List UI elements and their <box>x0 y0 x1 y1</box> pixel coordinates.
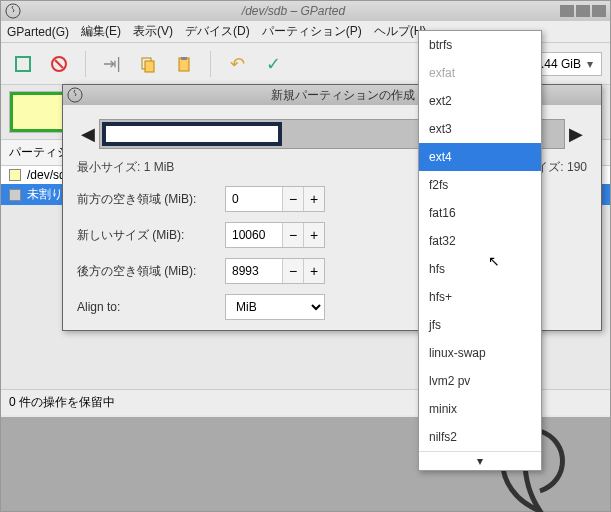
fs-option-minix[interactable]: minix <box>419 395 541 423</box>
label-free-before: 前方の空き領域 (MiB): <box>77 191 217 208</box>
fs-option-hfs-[interactable]: hfs+ <box>419 283 541 311</box>
apply-icon[interactable]: ✓ <box>259 50 287 78</box>
svg-rect-4 <box>145 61 154 72</box>
spin-up-button[interactable]: + <box>303 223 324 247</box>
spin-up-button[interactable]: + <box>303 259 324 283</box>
row-swatch <box>9 189 21 201</box>
menu-edit[interactable]: 編集(E) <box>81 23 121 40</box>
mouse-cursor-icon: ↖ <box>488 253 500 269</box>
row-swatch <box>9 169 21 181</box>
fs-option-lvm2-pv[interactable]: lvm2 pv <box>419 367 541 395</box>
fs-option-hfs[interactable]: hfs <box>419 255 541 283</box>
fs-option-btrfs[interactable]: btrfs <box>419 31 541 59</box>
slider-handle[interactable] <box>102 122 282 146</box>
app-icon <box>67 87 83 103</box>
menu-view[interactable]: 表示(V) <box>133 23 173 40</box>
spin-down-button[interactable]: − <box>282 223 303 247</box>
spin-up-button[interactable]: + <box>303 187 324 211</box>
menu-partition[interactable]: パーティション(P) <box>262 23 362 40</box>
fs-option-ext2[interactable]: ext2 <box>419 87 541 115</box>
resize-icon[interactable]: ⇥| <box>98 50 126 78</box>
menu-device[interactable]: デバイス(D) <box>185 23 250 40</box>
free-after-spinner[interactable]: − + <box>225 258 325 284</box>
slider-right-arrow[interactable]: ▶ <box>565 123 587 145</box>
svg-rect-6 <box>181 57 187 60</box>
free-before-input[interactable] <box>226 192 282 206</box>
label-new-size: 新しいサイズ (MiB): <box>77 227 217 244</box>
main-titlebar[interactable]: /dev/sdb – GParted <box>1 1 610 21</box>
copy-icon[interactable] <box>134 50 162 78</box>
label-free-after: 後方の空き領域 (MiB): <box>77 263 217 280</box>
dropdown-more-icon[interactable]: ▾ <box>419 451 541 470</box>
filesystem-dropdown[interactable]: btrfsexfatext2ext3ext4f2fsfat16fat32hfsh… <box>418 30 542 471</box>
fs-option-jfs[interactable]: jfs <box>419 311 541 339</box>
fs-option-linux-swap[interactable]: linux-swap <box>419 339 541 367</box>
new-partition-icon[interactable] <box>9 50 37 78</box>
paste-icon[interactable] <box>170 50 198 78</box>
fs-option-exfat: exfat <box>419 59 541 87</box>
window-title: /dev/sdb – GParted <box>27 4 560 18</box>
undo-icon[interactable]: ↶ <box>223 50 251 78</box>
delete-icon[interactable] <box>45 50 73 78</box>
fs-option-ext4[interactable]: ext4 <box>419 143 541 171</box>
slider-left-arrow[interactable]: ◀ <box>77 123 99 145</box>
new-size-input[interactable] <box>226 228 282 242</box>
fs-option-ext3[interactable]: ext3 <box>419 115 541 143</box>
align-combo[interactable]: MiB <box>225 294 325 320</box>
spin-down-button[interactable]: − <box>282 259 303 283</box>
window-controls[interactable] <box>560 5 606 17</box>
fs-option-f2fs[interactable]: f2fs <box>419 171 541 199</box>
spin-down-button[interactable]: − <box>282 187 303 211</box>
label-align: Align to: <box>77 300 217 314</box>
fs-option-fat32[interactable]: fat32 <box>419 227 541 255</box>
fs-option-fat16[interactable]: fat16 <box>419 199 541 227</box>
menu-gparted[interactable]: GParted(G) <box>7 25 69 39</box>
fs-option-nilfs2[interactable]: nilfs2 <box>419 423 541 451</box>
new-size-spinner[interactable]: − + <box>225 222 325 248</box>
free-before-spinner[interactable]: − + <box>225 186 325 212</box>
svg-line-2 <box>55 60 63 68</box>
app-icon <box>5 3 21 19</box>
free-after-input[interactable] <box>226 264 282 278</box>
svg-rect-0 <box>16 57 30 71</box>
